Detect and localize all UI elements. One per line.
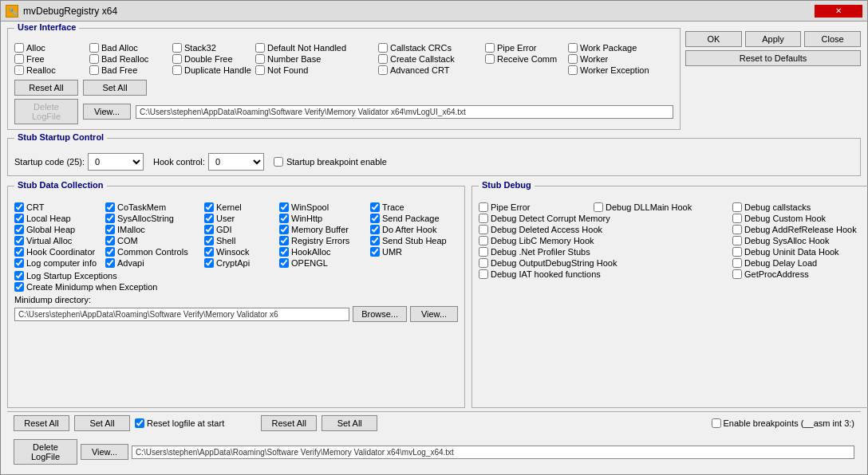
titlebar: 🔧 mvDebugRegistry x64 ✕ xyxy=(1,1,867,22)
ui-set-all-button[interactable]: Set All xyxy=(83,80,147,96)
cb-workpackage[interactable]: Work Package xyxy=(568,43,672,53)
cb-badfree[interactable]: Bad Free xyxy=(89,65,169,75)
apply-button[interactable]: Apply xyxy=(745,31,802,47)
reset-logfile-label: Reset logfile at start xyxy=(147,418,224,428)
reset-logfile-checkbox[interactable] xyxy=(135,418,144,428)
cb-numberbase[interactable]: Number Base xyxy=(255,54,375,64)
window-title: mvDebugRegistry x64 xyxy=(23,6,810,17)
enable-bp-label: Enable breakpoints (__asm int 3:) xyxy=(724,418,854,428)
startup-code-select[interactable]: 0 xyxy=(88,153,144,171)
stub-area: Stub Data Collection CRT CoTaskMem Kerne… xyxy=(7,186,861,408)
enable-bp-checkbox[interactable] xyxy=(712,418,721,428)
cb-callstackcrcs[interactable]: Callstack CRCs xyxy=(378,43,482,53)
bottom-set-all-2-button[interactable]: Set All xyxy=(322,415,377,431)
stub-view-button[interactable]: View... xyxy=(410,306,458,322)
log-startup-exceptions-label: Log Startup Exceptions xyxy=(26,271,117,281)
main-window: 🔧 mvDebugRegistry x64 ✕ User Interface A… xyxy=(0,0,868,475)
cb-free[interactable]: Free xyxy=(14,54,86,64)
cb-workerexception[interactable]: Worker Exception xyxy=(568,65,672,75)
ok-button[interactable]: OK xyxy=(685,31,742,47)
minidump-dir-label: Minidump directory: xyxy=(14,295,458,304)
window-close-button[interactable]: ✕ xyxy=(815,5,862,18)
hook-control-select[interactable]: 0 xyxy=(208,153,264,171)
startup-label: Stub Startup Control xyxy=(14,132,107,142)
hook-control-label: Hook control: xyxy=(153,157,205,167)
bottom-reset-all-2-button[interactable]: Reset All xyxy=(261,415,317,431)
ui-log-path: C:\Users\stephen\AppData\Roaming\Softwar… xyxy=(136,105,673,119)
cb-createcallstack[interactable]: Create Callstack xyxy=(378,54,482,64)
startup-section: Stub Startup Control Startup code (25): … xyxy=(7,138,861,176)
cb-realloc[interactable]: Realloc xyxy=(14,65,86,75)
bottom-delete-logfile-button[interactable]: Delete LogFile xyxy=(14,439,77,465)
startup-code-label: Startup code (25): xyxy=(14,157,85,167)
ui-section-label: User Interface xyxy=(14,22,79,32)
cb-defaultnothandled[interactable]: Default Not Handled xyxy=(255,43,375,53)
ui-view-button[interactable]: View... xyxy=(83,104,131,120)
ui-reset-all-button[interactable]: Reset All xyxy=(14,80,78,96)
bottom-log-path: C:\Users\stephen\AppData\Roaming\Softwar… xyxy=(132,446,854,459)
breakpoint-label: Startup breakpoint enable xyxy=(286,157,387,167)
ui-delete-logfile-button[interactable]: Delete LogFile xyxy=(14,99,78,124)
app-icon: 🔧 xyxy=(6,5,18,18)
cb-alloc[interactable]: Alloc xyxy=(14,43,86,53)
cb-badalloc[interactable]: Bad Alloc xyxy=(89,43,169,53)
stub-debug-section: Stub Debug Pipe Error Debug DLLMain Hook… xyxy=(471,186,868,408)
cb-doublefree[interactable]: Double Free xyxy=(172,54,252,64)
cb-advancedcrt[interactable]: Advanced CRT xyxy=(378,65,482,75)
breakpoint-enable-checkbox[interactable] xyxy=(274,157,283,167)
cb-receivecomm[interactable]: Receive Comm xyxy=(485,54,565,64)
bottom-set-all-button[interactable]: Set All xyxy=(74,415,130,431)
minidump-path: C:\Users\stephen\AppData\Roaming\Softwar… xyxy=(14,308,349,321)
bottom-reset-all-button[interactable]: Reset All xyxy=(14,415,69,431)
stub-debug-label: Stub Debug xyxy=(479,180,535,190)
cb-duphandle[interactable]: Duplicate Handle xyxy=(172,65,252,75)
cb-badrealloc[interactable]: Bad Realloc xyxy=(89,54,169,64)
svg-text:🔧: 🔧 xyxy=(8,6,18,17)
stub-data-section: Stub Data Collection CRT CoTaskMem Kerne… xyxy=(7,186,465,408)
close-button[interactable]: Close xyxy=(804,31,861,47)
cb-pipeerror[interactable]: Pipe Error xyxy=(485,43,565,53)
create-minidump-label: Create Minidump when Exception xyxy=(26,282,157,292)
browse-button[interactable]: Browse... xyxy=(353,306,407,322)
stub-data-label: Stub Data Collection xyxy=(14,180,107,190)
cb-worker[interactable]: Worker xyxy=(568,54,672,64)
bottom-view-button[interactable]: View... xyxy=(81,444,128,460)
cb-notfound[interactable]: Not Found xyxy=(255,65,375,75)
reset-to-defaults-button[interactable]: Reset to Defaults xyxy=(685,50,861,66)
bottom-bar: Reset All Set All Reset logfile at start… xyxy=(7,411,861,434)
cb-stack32[interactable]: Stack32 xyxy=(172,43,252,53)
